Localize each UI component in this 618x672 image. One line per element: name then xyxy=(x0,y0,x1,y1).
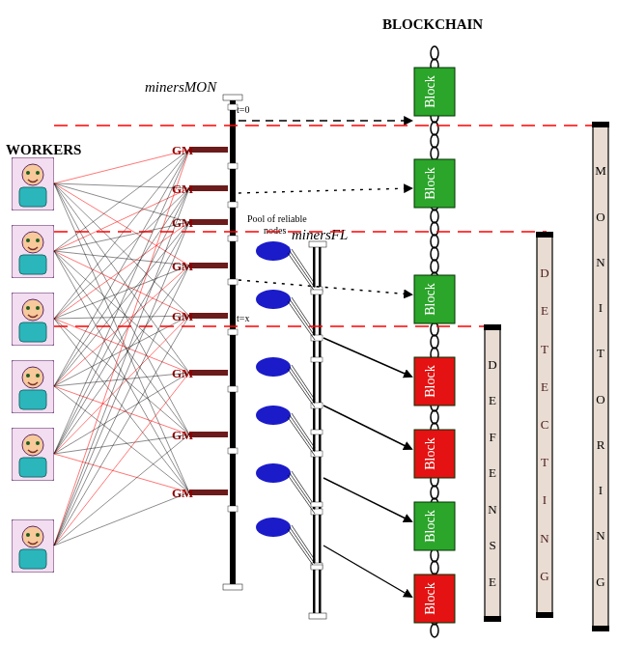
svg-text:GM: GM xyxy=(172,215,193,230)
svg-rect-75 xyxy=(228,163,238,169)
svg-rect-129 xyxy=(311,357,323,362)
svg-point-29 xyxy=(431,260,438,273)
svg-text:N: N xyxy=(596,528,605,543)
svg-rect-131 xyxy=(311,502,323,507)
svg-text:O: O xyxy=(596,392,604,406)
svg-point-58 xyxy=(431,624,438,637)
svg-rect-96 xyxy=(228,506,238,512)
worker-icon xyxy=(12,360,54,413)
svg-point-19 xyxy=(431,134,438,148)
svg-point-28 xyxy=(431,247,438,261)
svg-rect-205 xyxy=(536,232,553,238)
reliable-pool xyxy=(256,241,323,570)
svg-rect-206 xyxy=(536,612,553,618)
svg-text:Block: Block xyxy=(423,510,437,542)
worker-icon xyxy=(12,293,54,346)
worker-icon xyxy=(12,519,54,573)
svg-line-167 xyxy=(54,222,189,454)
svg-rect-85 xyxy=(189,313,228,319)
monitoring-panel: MONITORING xyxy=(592,122,609,631)
svg-line-122 xyxy=(288,475,315,514)
svg-rect-78 xyxy=(228,202,238,208)
svg-text:Block: Block xyxy=(423,437,437,469)
svg-rect-191 xyxy=(593,126,608,628)
block-4: Block xyxy=(414,357,455,406)
svg-text:E: E xyxy=(489,465,496,480)
svg-text:D: D xyxy=(488,357,496,372)
svg-point-35 xyxy=(431,335,438,349)
svg-text:I: I xyxy=(599,300,603,315)
svg-rect-6 xyxy=(223,95,242,100)
svg-line-182 xyxy=(239,188,411,193)
svg-line-106 xyxy=(290,299,315,336)
svg-rect-119 xyxy=(311,509,323,515)
svg-text:C: C xyxy=(541,417,549,432)
svg-text:N: N xyxy=(596,255,605,269)
pool-label-line2: nodes xyxy=(264,225,286,236)
svg-text:Block: Block xyxy=(423,75,437,107)
svg-point-53 xyxy=(431,561,438,574)
svg-line-112 xyxy=(288,369,315,407)
svg-rect-97 xyxy=(228,104,238,110)
svg-text:I: I xyxy=(599,483,603,497)
svg-text:GM: GM xyxy=(172,143,193,157)
svg-line-126 xyxy=(290,527,315,564)
svg-point-108 xyxy=(256,357,291,377)
svg-rect-91 xyxy=(189,432,228,437)
svg-line-125 xyxy=(292,525,315,560)
svg-line-101 xyxy=(290,251,315,288)
svg-rect-73 xyxy=(189,147,228,153)
svg-line-164 xyxy=(54,386,189,492)
svg-text:T: T xyxy=(597,346,604,360)
svg-text:D: D xyxy=(540,266,548,280)
svg-rect-11 xyxy=(309,613,326,619)
svg-rect-130 xyxy=(311,430,323,434)
svg-text:T: T xyxy=(541,455,548,469)
svg-line-135 xyxy=(54,183,189,222)
block-5: Block xyxy=(414,430,455,478)
svg-point-34 xyxy=(431,322,438,336)
svg-line-100 xyxy=(292,249,315,284)
svg-rect-82 xyxy=(189,263,228,268)
svg-point-26 xyxy=(431,222,438,236)
blockchain-blocks: BlockBlockBlockBlockBlockBlockBlock xyxy=(414,68,455,623)
svg-text:Block: Block xyxy=(423,365,437,397)
svg-line-139 xyxy=(54,183,189,434)
svg-text:E: E xyxy=(489,393,496,407)
svg-text:E: E xyxy=(541,379,548,394)
svg-rect-193 xyxy=(592,626,609,631)
svg-rect-76 xyxy=(189,185,228,191)
svg-rect-81 xyxy=(228,236,238,241)
phase-panels: MONITORINGDETECTINGDEFENSE xyxy=(484,122,609,631)
svg-rect-90 xyxy=(228,386,238,392)
svg-point-123 xyxy=(256,518,291,537)
worker-icon xyxy=(12,157,54,210)
svg-text:G: G xyxy=(596,574,604,589)
workers-title: WORKERS xyxy=(6,142,81,157)
svg-text:R: R xyxy=(597,437,605,452)
svg-line-107 xyxy=(288,301,315,340)
block-3: Block xyxy=(414,275,455,323)
svg-text:S: S xyxy=(489,538,495,552)
svg-line-185 xyxy=(323,406,411,449)
svg-rect-132 xyxy=(311,565,323,570)
svg-line-180 xyxy=(54,492,189,546)
diagram-root: BLOCKCHAIN WORKERS minersMON minersFL Po… xyxy=(0,0,618,672)
block-1: Block xyxy=(414,68,455,116)
svg-line-137 xyxy=(54,183,189,316)
block-7: Block xyxy=(414,574,455,623)
svg-text:GM: GM xyxy=(172,182,193,196)
svg-point-25 xyxy=(431,210,438,223)
svg-text:N: N xyxy=(540,531,549,546)
svg-line-146 xyxy=(54,251,189,373)
svg-text:E: E xyxy=(541,303,548,318)
worker-gm-lines xyxy=(54,150,189,546)
blockchain-title: BLOCKCHAIN xyxy=(382,16,483,32)
svg-line-153 xyxy=(54,316,189,319)
svg-line-141 xyxy=(54,150,189,251)
svg-rect-10 xyxy=(309,241,326,247)
svg-line-152 xyxy=(54,266,189,319)
svg-rect-84 xyxy=(228,279,238,285)
phase-separators xyxy=(54,126,605,326)
svg-line-173 xyxy=(54,150,189,546)
